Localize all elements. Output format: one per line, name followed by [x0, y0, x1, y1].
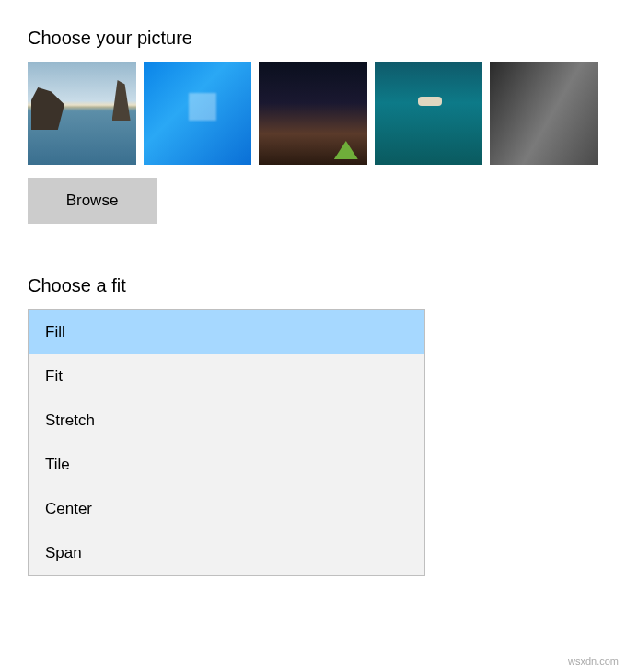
fit-option-fill[interactable]: Fill — [29, 310, 424, 354]
choose-fit-heading: Choose a fit — [28, 275, 598, 296]
choose-picture-heading: Choose your picture — [28, 28, 598, 49]
fit-option-center[interactable]: Center — [29, 487, 424, 531]
picture-thumbnail[interactable] — [490, 62, 598, 165]
watermark-text: wsxdn.com — [568, 655, 619, 666]
fit-option-stretch[interactable]: Stretch — [29, 399, 424, 443]
fit-option-fit[interactable]: Fit — [29, 354, 424, 399]
fit-option-tile[interactable]: Tile — [29, 443, 424, 487]
picture-thumbnail-row — [28, 62, 598, 165]
picture-thumbnail[interactable] — [259, 62, 367, 165]
fit-option-span[interactable]: Span — [29, 531, 424, 575]
picture-thumbnail[interactable] — [144, 62, 252, 165]
choose-fit-section: Choose a fit Fill Fit Stretch Tile Cente… — [28, 275, 598, 576]
picture-thumbnail[interactable] — [28, 62, 136, 165]
choose-picture-section: Choose your picture Browse — [28, 28, 598, 224]
picture-thumbnail[interactable] — [375, 62, 483, 165]
browse-button[interactable]: Browse — [28, 178, 156, 224]
fit-dropdown-list[interactable]: Fill Fit Stretch Tile Center Span — [28, 309, 425, 576]
